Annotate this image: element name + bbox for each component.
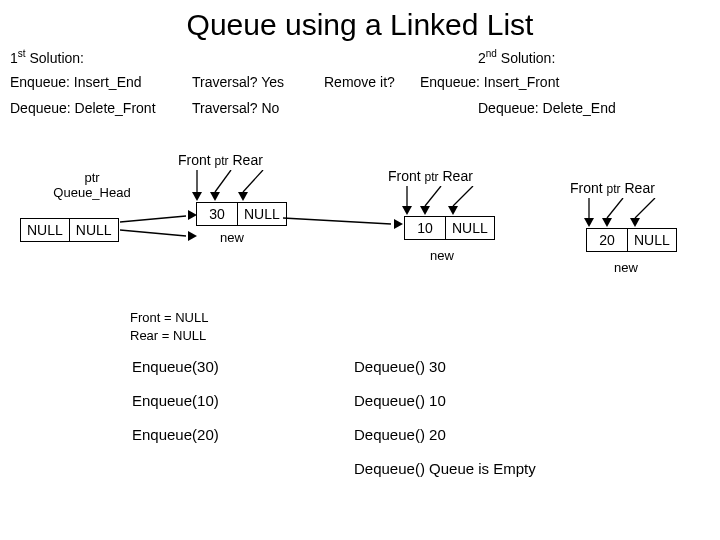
svg-line-5 <box>283 218 391 224</box>
node-20: 20 NULL <box>586 228 677 252</box>
svg-line-0 <box>120 216 186 222</box>
arrowhead-front-3 <box>584 218 594 227</box>
new-label-1: new <box>220 230 244 245</box>
traversal-1: Traversal? Yes <box>192 74 284 90</box>
traversal-2: Traversal? No <box>192 100 279 116</box>
arrowhead-rear-1 <box>238 192 248 201</box>
arrowhead-30-to-10 <box>394 219 403 229</box>
node-10-val: 10 <box>405 217 446 239</box>
svg-line-8 <box>453 186 473 206</box>
pointer-lines-3 <box>585 198 665 224</box>
dequeue-1: Dequeue: Delete_Front <box>10 100 156 116</box>
dequeue-call-10: Dequeue() 10 <box>354 392 446 409</box>
node-20-next: NULL <box>628 229 676 251</box>
arrowhead-rear-3 <box>630 218 640 227</box>
arrowhead-ptr-1 <box>210 192 220 201</box>
dequeue-call-20: Dequeue() 20 <box>354 426 446 443</box>
arrowhead-rear-2 <box>448 206 458 215</box>
arrowhead-front-1 <box>192 192 202 201</box>
arrowhead-ptr-2 <box>420 206 430 215</box>
enqueue-call-20: Enqueue(20) <box>132 426 219 443</box>
svg-line-7 <box>425 186 441 206</box>
remove-it: Remove it? <box>324 74 395 90</box>
dequeue-call-30: Dequeue() 30 <box>354 358 446 375</box>
dequeue-2: Dequeue: Delete_End <box>478 100 616 116</box>
queue-head-rear-cell: NULL <box>70 219 118 241</box>
arrowhead-ptr-3 <box>602 218 612 227</box>
front-ptr-rear-1: Front ptr Rear <box>178 152 263 168</box>
init-rear: Rear = NULL <box>130 328 206 343</box>
dequeue-call-empty: Dequeue() Queue is Empty <box>354 460 536 477</box>
enqueue-1: Enqueue: Insert_End <box>10 74 142 90</box>
new-label-2: new <box>430 248 454 263</box>
arrowhead-front-2 <box>402 206 412 215</box>
pointer-lines-2 <box>403 186 483 212</box>
enqueue-2: Enqueue: Insert_Front <box>420 74 559 90</box>
svg-line-1 <box>120 230 186 236</box>
node-20-val: 20 <box>587 229 628 251</box>
front-ptr-rear-3: Front ptr Rear <box>570 180 655 196</box>
queue-head-front-cell: NULL <box>21 219 70 241</box>
node-30-next: NULL <box>238 203 286 225</box>
node-30-val: 30 <box>197 203 238 225</box>
arrow-bottom <box>120 226 196 244</box>
queue-head-label: ptr Queue_Head <box>42 170 142 200</box>
svg-line-10 <box>607 198 623 218</box>
init-front: Front = NULL <box>130 310 208 325</box>
node-30: 30 NULL <box>196 202 287 226</box>
node-10: 10 NULL <box>404 216 495 240</box>
new-label-3: new <box>614 260 638 275</box>
enqueue-call-10: Enqueue(10) <box>132 392 219 409</box>
solution-2-label: 2nd Solution: <box>478 48 555 66</box>
arrowhead-bottom <box>188 231 197 241</box>
svg-line-11 <box>635 198 655 218</box>
pointer-lines-1 <box>193 170 273 200</box>
enqueue-call-30: Enqueue(30) <box>132 358 219 375</box>
solution-1-label: 1st Solution: <box>10 48 84 66</box>
arrow-top <box>120 208 196 226</box>
queue-head-node: NULL NULL <box>20 218 119 242</box>
svg-line-4 <box>243 170 263 192</box>
svg-line-3 <box>215 170 231 192</box>
node-10-next: NULL <box>446 217 494 239</box>
arrow-30-to-10 <box>283 210 401 226</box>
page-title: Queue using a Linked List <box>0 8 720 42</box>
front-ptr-rear-2: Front ptr Rear <box>388 168 473 184</box>
